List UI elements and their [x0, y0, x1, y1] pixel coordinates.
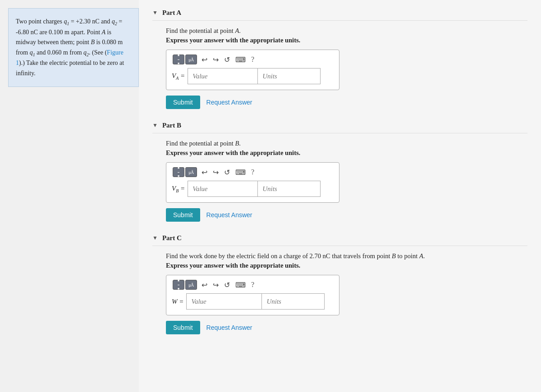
part-c-header: ▼ Part C: [152, 230, 527, 246]
part-a-chevron[interactable]: ▼: [152, 9, 158, 16]
part-c-instruction: Find the work done by the electric field…: [166, 252, 527, 260]
part-a-instruction: Find the potential at point A.: [166, 27, 527, 35]
problem-description: Two point charges q1 = +2.30 nC and q2 =…: [8, 8, 139, 87]
part-b-units-input[interactable]: [257, 181, 321, 197]
part-c-action-row: Submit Request Answer: [166, 321, 527, 334]
part-b-answer-box: ▪▪ μÅ ↩ ↪ ↺ ⌨ ? VB =: [166, 162, 339, 203]
part-a-bold-instruction: Express your answer with the appropriate…: [166, 36, 527, 44]
part-c-value-input[interactable]: [186, 293, 261, 310]
part-b-submit-button[interactable]: Submit: [166, 208, 200, 222]
part-b-input-row: VB =: [172, 181, 334, 197]
part-b-title: Part B: [162, 122, 181, 129]
fraction-icon: ▪▪: [178, 52, 180, 67]
part-b-fraction-btn[interactable]: ▪▪: [173, 167, 184, 177]
part-a-title: Part A: [162, 9, 181, 17]
part-a-body: Find the potential at point A. Express y…: [152, 27, 527, 109]
main-content: ▼ Part A Find the potential at point A. …: [139, 0, 541, 392]
part-b-redo-icon[interactable]: ↪: [213, 168, 219, 177]
part-c-undo-icon[interactable]: ↩: [202, 281, 207, 289]
part-c-toolbar: ▪▪ μÅ ↩ ↪ ↺ ⌨ ?: [172, 280, 334, 290]
part-c-body: Find the work done by the electric field…: [152, 252, 527, 334]
mu-label-b: μÅ: [188, 170, 194, 175]
part-a-tool-group: ▪▪ μÅ: [173, 55, 197, 64]
part-c-units-input[interactable]: [261, 293, 325, 310]
part-a-section: ▼ Part A Find the potential at point A. …: [152, 5, 527, 109]
part-a-redo-icon[interactable]: ↪: [213, 55, 219, 64]
part-b-refresh-icon[interactable]: ↺: [224, 168, 230, 177]
part-b-request-link[interactable]: Request Answer: [206, 211, 252, 219]
problem-text: Two point charges q1 = +2.30 nC and q2 =…: [16, 18, 124, 77]
part-c-request-link[interactable]: Request Answer: [206, 324, 252, 331]
part-b-keyboard-icon[interactable]: ⌨: [235, 168, 246, 177]
part-a-units-input[interactable]: [257, 68, 321, 84]
part-a-fraction-btn[interactable]: ▪▪: [173, 55, 184, 64]
part-c-tool-group: ▪▪ μÅ: [173, 280, 197, 290]
part-a-refresh-icon[interactable]: ↺: [224, 55, 230, 64]
part-c-section: ▼ Part C Find the work done by the elect…: [152, 230, 527, 334]
part-c-title: Part C: [162, 234, 182, 242]
part-a-mu-btn[interactable]: μÅ: [185, 55, 197, 64]
part-b-tool-group: ▪▪ μÅ: [173, 167, 197, 177]
part-b-undo-icon[interactable]: ↩: [202, 168, 207, 177]
part-b-var-label: VB =: [172, 185, 185, 193]
part-b-mu-btn[interactable]: μÅ: [185, 167, 197, 177]
part-c-submit-button[interactable]: Submit: [166, 321, 200, 334]
mu-label-c: μÅ: [188, 283, 194, 287]
part-b-bold-instruction: Express your answer with the appropriate…: [166, 149, 527, 157]
part-a-value-input[interactable]: [188, 68, 257, 84]
part-a-input-row: VA =: [172, 68, 334, 84]
part-c-answer-box: ▪▪ μÅ ↩ ↪ ↺ ⌨ ? W =: [166, 275, 339, 315]
part-b-action-row: Submit Request Answer: [166, 208, 527, 222]
part-a-action-row: Submit Request Answer: [166, 96, 527, 109]
part-a-var-label: VA =: [172, 72, 185, 81]
part-b-help-icon[interactable]: ?: [251, 168, 254, 176]
part-c-chevron[interactable]: ▼: [152, 235, 158, 242]
fraction-icon-c: ▪▪: [178, 277, 180, 292]
part-c-input-row: W =: [172, 293, 334, 310]
part-c-redo-icon[interactable]: ↪: [213, 281, 219, 289]
part-a-undo-icon[interactable]: ↩: [202, 55, 207, 64]
part-b-instruction: Find the potential at point B.: [166, 140, 527, 147]
part-b-header: ▼ Part B: [152, 117, 527, 133]
part-c-fraction-btn[interactable]: ▪▪: [173, 280, 184, 290]
part-c-var-label: W =: [172, 298, 183, 305]
part-c-keyboard-icon[interactable]: ⌨: [235, 281, 246, 289]
part-c-help-icon[interactable]: ?: [251, 281, 254, 289]
part-a-request-link[interactable]: Request Answer: [206, 99, 252, 106]
mu-label: μÅ: [188, 57, 194, 62]
part-b-chevron[interactable]: ▼: [152, 122, 158, 129]
part-c-mu-btn[interactable]: μÅ: [185, 280, 197, 290]
part-a-header: ▼ Part A: [152, 5, 527, 21]
part-b-toolbar: ▪▪ μÅ ↩ ↪ ↺ ⌨ ?: [172, 167, 334, 177]
part-a-submit-button[interactable]: Submit: [166, 96, 200, 109]
part-b-section: ▼ Part B Find the potential at point B. …: [152, 117, 527, 222]
part-b-body: Find the potential at point B. Express y…: [152, 140, 527, 222]
part-c-bold-instruction: Express your answer with the appropriate…: [166, 262, 527, 269]
part-c-refresh-icon[interactable]: ↺: [224, 281, 230, 289]
part-b-value-input[interactable]: [188, 181, 257, 197]
part-a-keyboard-icon[interactable]: ⌨: [235, 55, 246, 64]
part-a-answer-box: ▪▪ μÅ ↩ ↪ ↺ ⌨ ? VA =: [166, 50, 339, 90]
fraction-icon-b: ▪▪: [178, 164, 180, 180]
part-a-help-icon[interactable]: ?: [251, 55, 254, 64]
part-a-toolbar: ▪▪ μÅ ↩ ↪ ↺ ⌨ ?: [172, 55, 334, 64]
